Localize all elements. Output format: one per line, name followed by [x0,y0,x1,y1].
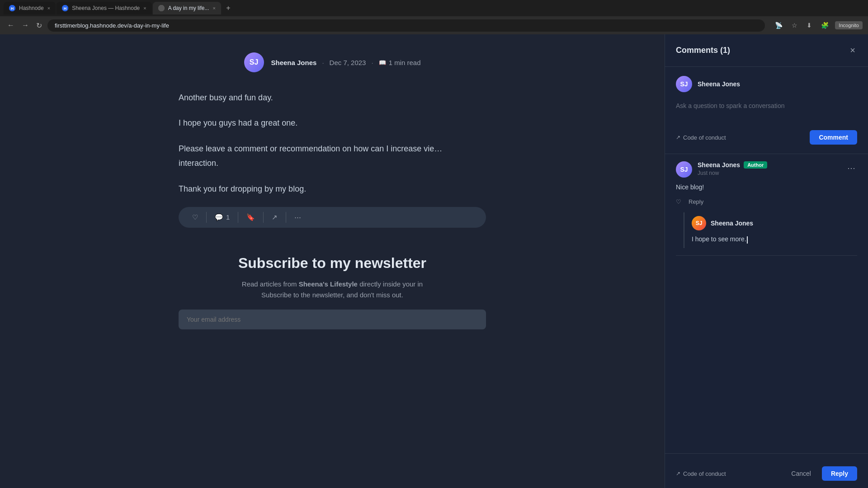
reply-compose-buttons: Cancel Reply [784,466,857,481]
comment-submit-button[interactable]: Comment [810,130,857,145]
newsletter-title: Subscribe to my newsletter [179,255,486,272]
reply-author-name: Sheena Jones [711,220,753,227]
forward-button[interactable]: → [20,19,31,31]
comments-title: Comments (1) [676,46,730,55]
comments-label: Comments ( [676,46,723,55]
comment-author-name: Sheena Jones [698,161,740,169]
like-button[interactable]: ♡ [188,211,203,224]
comments-header: Comments (1) × [665,34,868,67]
reload-button[interactable]: ↻ [34,19,44,32]
comment-text: Nice blog! [676,182,857,192]
comment-more-button[interactable]: ⋯ [845,161,857,175]
address-bar: ← → ↻ 📡 ☆ ⬇ 🧩 Incognito [0,16,868,34]
comment-actions: ♡ Reply [676,197,857,207]
tab-sheena-close[interactable]: × [143,5,146,11]
comment-time: Just now [698,170,719,176]
reply-submit-button[interactable]: Reply [822,466,857,481]
newsletter-blog-name: Sheena's Lifestyle [299,280,358,288]
blog-content: SJ Sheena Jones · Dec 7, 2023 · 📖 1 min … [0,34,665,488]
comments-count: 1 [723,46,727,55]
share-button[interactable]: ↗ [267,211,282,224]
compose-placeholder-text[interactable]: Ask a question to spark a conversation [676,98,857,125]
text-cursor [747,236,748,244]
comment-count: 1 [226,213,230,221]
newsletter-input-row [179,310,486,329]
main-area: SJ Sheena Jones · Dec 7, 2023 · 📖 1 min … [0,34,868,488]
incognito-badge: Incognito [835,21,863,29]
more-icon: ⋯ [294,213,301,221]
meta-separator-1: · [322,59,324,66]
download-button[interactable]: ⬇ [804,20,815,31]
author-avatar: SJ [244,52,264,72]
code-of-conduct-link-1[interactable]: ↗ Code of conduct [676,134,726,141]
comments-panel: Comments (1) × SJ Sheena Jones Ask a que… [665,34,868,488]
reply-cancel-button[interactable]: Cancel [784,466,818,481]
read-time: 📖 1 min read [379,59,421,66]
paragraph-4: Thank you for dropping by my blog. [179,182,486,196]
comment-button[interactable]: 💬 1 [210,211,234,224]
post-meta: SJ Sheena Jones · Dec 7, 2023 · 📖 1 min … [244,52,421,72]
comment-like-icon: ♡ [676,198,681,205]
author-badge: Author [744,161,767,169]
tab-sheena-label: Sheena Jones — Hashnode [72,5,140,11]
reply-author-avatar: SJ [692,216,706,230]
svg-text:H: H [64,6,67,11]
read-time-text: 1 min read [389,59,421,66]
author-name: Sheena Jones [271,59,317,66]
post-date: Dec 7, 2023 [330,59,366,66]
tab-sheena[interactable]: H Sheena Jones — Hashnode × [57,2,152,14]
tab-aday-label: A day in my life... [168,5,209,11]
comment-author-avatar: SJ [676,161,692,178]
aday-favicon-icon [158,5,165,11]
sheena-favicon-icon: H [62,5,68,11]
back-button[interactable]: ← [5,19,16,31]
post-meta-info: Sheena Jones · Dec 7, 2023 · 📖 1 min rea… [271,59,421,66]
code-of-conduct-link-2[interactable]: ↗ Code of conduct [676,470,726,477]
tab-hashnode[interactable]: H Hashnode × [4,2,56,14]
bookmark-button[interactable]: 🔖 [242,211,259,224]
newsletter-email-input[interactable] [179,310,486,329]
newsletter-description: Read articles from Sheena's Lifestyle di… [179,279,486,300]
more-options-button[interactable]: ⋯ [290,211,306,224]
action-divider-1 [206,212,207,223]
reply-thread: SJ Sheena Jones I hope to see more. [684,212,857,248]
reply-text: I hope to see more. [692,234,857,244]
bookmark-star-button[interactable]: ☆ [789,20,800,31]
newsletter-section: Subscribe to my newsletter Read articles… [179,255,486,329]
action-divider-4 [286,212,286,223]
comment-icon: 💬 [215,213,223,221]
comment-like-button[interactable]: ♡ [676,197,681,207]
code-of-conduct-label-1: Code of conduct [683,134,726,141]
share-icon: ↗ [272,213,278,221]
action-divider-3 [263,212,264,223]
reply-header: SJ Sheena Jones [692,216,857,230]
tab-aday-close[interactable]: × [212,5,215,11]
comments-close-paren: ) [727,46,730,55]
comments-close-button[interactable]: × [848,43,857,57]
comment-meta: Sheena Jones Author Just now [698,161,840,177]
tab-hashnode-close[interactable]: × [47,5,50,11]
compose-area: SJ Sheena Jones Ask a question to spark … [665,67,868,154]
extension-button[interactable]: 🧩 [818,20,831,31]
compose-footer: ↗ Code of conduct Comment [676,130,857,145]
comment-header: SJ Sheena Jones Author Just now ⋯ [676,161,857,178]
comment-reply-label: Reply [689,198,703,205]
comment-reply-button[interactable]: Reply [689,197,703,207]
hashnode-favicon-icon: H [9,5,15,11]
compose-user-name: Sheena Jones [698,80,740,88]
bookmark-icon: 🔖 [246,213,255,221]
svg-text:H: H [11,6,14,11]
paragraph-3: Please leave a comment or recommendation… [179,141,486,171]
external-link-icon-1: ↗ [676,134,680,141]
reply-item: SJ Sheena Jones I hope to see more. [692,212,857,248]
reply-compose-area: ↗ Code of conduct Cancel Reply [665,453,868,488]
url-input[interactable] [47,19,765,32]
code-of-conduct-label-2: Code of conduct [683,470,726,477]
new-tab-button[interactable]: + [222,2,235,14]
compose-avatar: SJ [676,76,692,92]
like-icon: ♡ [192,213,198,221]
svg-point-4 [158,5,165,11]
cast-button[interactable]: 📡 [772,20,785,31]
action-divider-2 [238,212,238,223]
tab-aday[interactable]: A day in my life... × [153,2,221,14]
